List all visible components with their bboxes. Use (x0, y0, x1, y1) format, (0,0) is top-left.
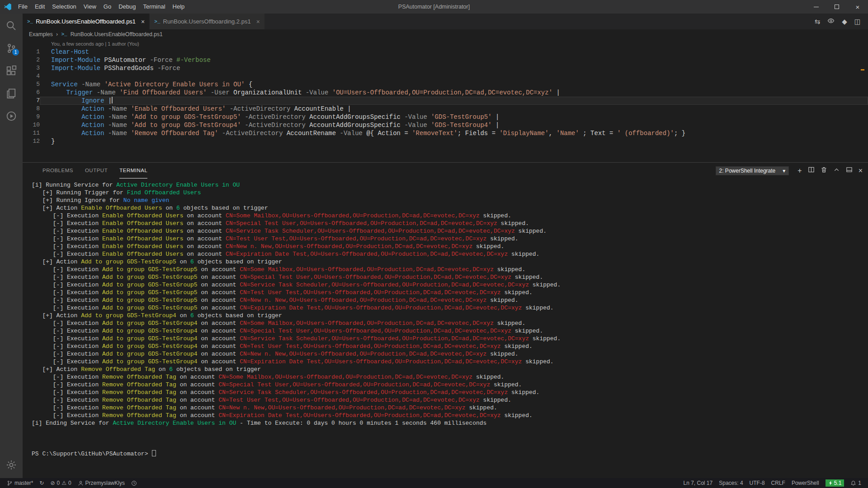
indentation-status[interactable]: Spaces: 4 (716, 478, 746, 488)
kill-terminal-icon[interactable] (821, 166, 827, 175)
menu-file[interactable]: File (14, 0, 31, 14)
menu-view[interactable]: View (80, 0, 100, 14)
terminal-line: [-] Execution Add to group GDS-TestGroup… (32, 319, 868, 327)
git-branch-status[interactable]: master* (4, 478, 36, 488)
menu-selection[interactable]: Selection (48, 0, 80, 14)
split-terminal-icon[interactable] (808, 166, 815, 175)
terminal-line: [+] Action Enable Offboarded Users on 6 … (32, 204, 868, 212)
eol-status[interactable]: CRLF (768, 478, 788, 488)
terminal-line: [-] Execution Add to group GDS-TestGroup… (32, 266, 868, 273)
person-icon (78, 480, 84, 486)
maximize-button[interactable] (826, 0, 847, 14)
terminal-line: [-] Execution Remove Offboarded Tag on a… (32, 412, 868, 419)
terminal-line: [-] Execution Add to group GDS-TestGroup… (32, 335, 868, 343)
close-panel-icon[interactable]: × (859, 167, 863, 174)
breadcrumb-file[interactable]: RunBook.UsersEnableOffboarded.ps1 (71, 31, 163, 38)
code-line[interactable]: 3Import-Module PSSharedGoods -Force (23, 64, 868, 72)
terminal-line: [+] Running Trigger for Find Offboarded … (32, 189, 868, 197)
code-line[interactable]: 4 (23, 72, 868, 80)
tab-problems[interactable]: PROBLEMS (42, 163, 73, 178)
terminal-line (32, 427, 868, 435)
encoding-status[interactable]: UTF-8 (746, 478, 768, 488)
user-status[interactable]: PrzemyslawKlys (75, 478, 128, 488)
code-line[interactable]: 9 Action -Name 'Add to group GDS-TestGro… (23, 113, 868, 121)
editor-cursor (112, 97, 113, 103)
history-button[interactable] (128, 478, 140, 488)
terminal-line: [-] Execution Add to group GDS-TestGroup… (32, 281, 868, 289)
code-line[interactable]: 1Clear-Host (23, 48, 868, 56)
terminal-line: [-] Execution Remove Offboarded Tag on a… (32, 389, 868, 396)
terminal-line (32, 442, 868, 450)
tab-runbook-usersoffboarding-2[interactable]: >_ RunBook.UsersOffboarding.2.ps1 × (150, 14, 265, 29)
language-mode[interactable]: PowerShell (788, 478, 822, 488)
toggle-blame-icon[interactable] (827, 17, 835, 26)
code-line[interactable]: 6 Trigger -Name 'Find Offboarded Users' … (23, 89, 868, 97)
maximize-panel-icon[interactable] (833, 166, 840, 175)
minimize-button[interactable] (806, 0, 826, 14)
new-terminal-icon[interactable]: + (797, 167, 802, 174)
terminal-line: [-] Execution Add to group GDS-TestGroup… (32, 296, 868, 304)
code-editor[interactable]: You, a few seconds ago | 1 author (You) … (23, 39, 868, 162)
tab-label: RunBook.UsersEnableOffboarded.ps1 (36, 18, 136, 25)
terminal-line: [-] Execution Enable Offboarded Users on… (32, 235, 868, 243)
tab-terminal[interactable]: TERMINAL (119, 163, 147, 178)
debug-icon[interactable] (5, 110, 17, 122)
cursor-position[interactable]: Ln 7, Col 17 (680, 478, 716, 488)
gitlens-icon[interactable]: ◆ (842, 18, 847, 26)
notifications-bell[interactable]: 1 (847, 478, 864, 488)
code-line[interactable]: 11 Action -Name 'Remove Offboarded Tag' … (23, 129, 868, 137)
terminal-line: [-] Execution Remove Offboarded Tag on a… (32, 373, 868, 381)
line-number: 5 (23, 80, 40, 89)
code-line[interactable]: 2Import-Module PSAutomator -Force #-Verb… (23, 56, 868, 64)
line-number: 10 (23, 121, 40, 129)
split-editor-icon[interactable]: ◫ (854, 18, 861, 26)
menu-edit[interactable]: Edit (31, 0, 48, 14)
problems-status[interactable]: ⊘0 ⚠0 (47, 478, 74, 488)
terminal-line: [-] Execution Remove Offboarded Tag on a… (32, 396, 868, 404)
sync-button[interactable]: ↻ (36, 478, 47, 488)
tab-close-icon[interactable]: × (141, 18, 145, 25)
code-line[interactable]: 10 Action -Name 'Add to group GDS-TestGr… (23, 121, 868, 129)
close-button[interactable]: × (847, 0, 868, 14)
terminal-line: [+] Action Remove Offboarded Tag on 6 ob… (32, 366, 868, 373)
code-line[interactable]: 5Service -Name 'Active Directory Enable … (23, 80, 868, 89)
toggle-panel-icon[interactable] (846, 166, 853, 175)
bottom-panel: PROBLEMS OUTPUT TERMINAL 2: PowerShell I… (23, 162, 868, 478)
codelens-blame[interactable]: You, a few seconds ago | 1 author (You) (23, 40, 868, 48)
line-number: 12 (23, 137, 40, 145)
terminal-line: [-] Execution Remove Offboarded Tag on a… (32, 381, 868, 389)
menu-debug[interactable]: Debug (115, 0, 139, 14)
menu-go[interactable]: Go (100, 0, 115, 14)
overview-ruler-marker (861, 69, 864, 70)
editor-lines: 1Clear-Host2Import-Module PSAutomator -F… (23, 48, 868, 145)
terminal[interactable]: [i] Running Service for Active Directory… (23, 178, 868, 478)
menu-help[interactable]: Help (169, 0, 189, 14)
tab-output[interactable]: OUTPUT (85, 163, 108, 178)
terminal-line: [+] Action Add to group GDS-TestGroup5 o… (32, 258, 868, 266)
code-line[interactable]: 7 Ignore | (23, 97, 868, 105)
powershell-session-badge[interactable]: 5.1 (822, 478, 848, 488)
code-line[interactable]: 12} (23, 137, 868, 145)
line-number: 3 (23, 64, 40, 72)
breadcrumb: Examples › >_ RunBook.UsersEnableOffboar… (23, 29, 868, 39)
tab-runbook-usersenableoffboarded[interactable]: >_ RunBook.UsersEnableOffboarded.ps1 × (23, 14, 150, 29)
scm-badge: 1 (12, 49, 19, 56)
line-number: 8 (23, 105, 40, 113)
terminal-line: [-] Execution Add to group GDS-TestGroup… (32, 358, 868, 366)
menu-terminal[interactable]: Terminal (139, 0, 169, 14)
powershell-file-icon: >_ (27, 19, 33, 24)
explorer-icon[interactable] (5, 88, 17, 99)
terminal-line: [-] Execution Add to group GDS-TestGroup… (32, 343, 868, 350)
source-control-icon[interactable]: 1 (5, 42, 17, 54)
terminal-line: [-] Execution Add to group GDS-TestGroup… (32, 350, 868, 358)
manage-gear-icon[interactable] (5, 459, 17, 471)
terminal-select[interactable]: 2: PowerShell Integrate ▾ (716, 166, 789, 175)
search-icon[interactable] (5, 20, 17, 32)
vscode-logo (4, 3, 12, 11)
code-line[interactable]: 8 Action -Name 'Enable Offboarded Users'… (23, 105, 868, 113)
terminal-prompt[interactable]: PS C:\Support\GitHub\PSAutomator> (32, 450, 868, 458)
tab-close-icon[interactable]: × (256, 18, 260, 25)
open-changes-icon[interactable]: ⇆ (815, 18, 821, 26)
extensions-icon[interactable] (5, 65, 17, 77)
breadcrumb-folder[interactable]: Examples (29, 31, 53, 38)
